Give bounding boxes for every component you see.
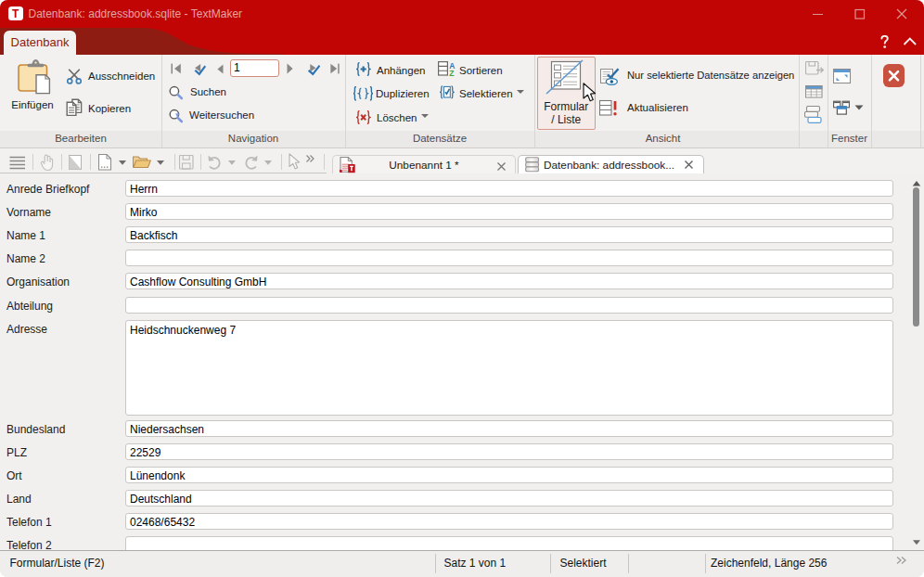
svg-text:Z: Z bbox=[449, 69, 454, 77]
